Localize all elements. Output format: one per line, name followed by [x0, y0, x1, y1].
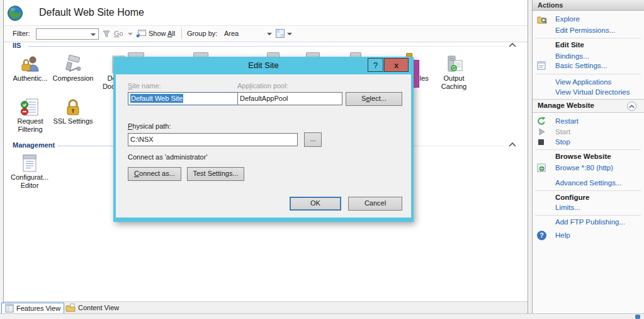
site-name-label: Site name: [128, 82, 161, 90]
tab-content-view[interactable]: Content View [62, 303, 122, 313]
action-add-ftp-publishing[interactable]: Add FTP Publishing... [555, 218, 625, 226]
application-pool-input[interactable]: DefaultAppPool [237, 92, 342, 105]
ssl-settings-icon [63, 97, 83, 117]
action-browse-80[interactable]: Browse *:80 (http) [555, 164, 613, 171]
action-bindings[interactable]: Bindings... [555, 52, 589, 60]
action-group-configure: Configure [555, 194, 589, 201]
action-edit-permissions[interactable]: Edit Permissions... [555, 26, 615, 34]
action-limits[interactable]: Limits... [555, 204, 580, 211]
collapse-chevron-manage-website[interactable] [627, 102, 636, 111]
feature-authentication[interactable]: Authentic... [8, 53, 53, 83]
action-restart[interactable]: Restart [555, 117, 579, 125]
feature-configuration-editor[interactable]: Configurat... Editor [7, 152, 52, 190]
feature-label: Authentic... [8, 74, 53, 83]
test-settings-button[interactable]: Test Settings... [187, 167, 244, 181]
physical-path-input[interactable]: C:\NSX [128, 133, 298, 146]
actions-separator [535, 190, 641, 191]
filter-input[interactable] [36, 28, 99, 40]
select-button[interactable]: Select... [346, 92, 402, 106]
action-group-manage-website: Manage Website [538, 102, 594, 109]
tab-label: Content View [78, 304, 119, 311]
filter-dropdown-caret[interactable] [91, 33, 96, 36]
action-group-edit-site: Edit Site [555, 41, 584, 49]
browse-icon [537, 163, 546, 172]
feature-label: Compression [50, 74, 96, 83]
filter-label: Filter: [13, 30, 30, 37]
actions-separator [535, 74, 641, 74]
go-button: Go [114, 30, 123, 37]
feature-label: Configurat... Editor [7, 173, 52, 190]
action-advanced-settings[interactable]: Advanced Settings... [555, 179, 621, 187]
action-start: Start [555, 128, 570, 136]
chevron-up-icon [629, 105, 635, 108]
action-help[interactable]: Help [555, 231, 570, 239]
globe-icon [7, 5, 23, 21]
feature-label: Request Filtering [8, 117, 53, 134]
basic-settings-icon [537, 61, 546, 70]
stop-icon [538, 139, 544, 145]
actions-panel-header: Actions [533, 0, 644, 11]
actions-panel: Actions Explore Edit Permissions... Edit… [532, 0, 644, 315]
group-by-value[interactable]: Area [224, 30, 239, 37]
view-selector-caret[interactable] [287, 33, 292, 35]
feature-request-filtering[interactable]: Request Filtering [8, 96, 53, 134]
cancel-button[interactable]: Cancel [348, 197, 402, 211]
authentication-icon [20, 54, 40, 74]
feature-output-caching[interactable]: Output Caching [431, 53, 477, 91]
group-by-label: Group by: [187, 30, 217, 37]
view-selector-icon[interactable] [276, 29, 285, 38]
action-explore[interactable]: Explore [555, 15, 580, 23]
show-all-button[interactable]: Show All [149, 30, 175, 37]
output-caching-icon [444, 54, 464, 74]
connect-as-button[interactable]: Connect as... [128, 167, 181, 181]
go-options-caret [128, 33, 133, 35]
ok-button[interactable]: OK [290, 197, 341, 211]
dialog-help-button[interactable]: ? [368, 58, 383, 72]
start-icon [538, 128, 546, 136]
application-pool-label: Application pool: [237, 82, 288, 90]
actions-separator [535, 38, 641, 38]
site-name-input[interactable]: Default Web Site [128, 92, 239, 105]
page-title: Default Web Site Home [39, 7, 144, 18]
browse-path-button[interactable]: ... [304, 132, 322, 147]
show-all-icon [136, 29, 146, 38]
status-bar [0, 313, 644, 319]
help-icon: ? [537, 231, 546, 240]
restart-icon [537, 117, 546, 125]
action-basic-settings[interactable]: Basic Settings... [555, 62, 607, 69]
manage-website-band: Manage Website [533, 99, 644, 113]
compression-icon [63, 54, 83, 74]
edit-site-dialog: Edit Site ? x Site name: Default Web Sit… [113, 57, 414, 222]
feature-label: Output Caching [431, 74, 477, 91]
dialog-body: Site name: Default Web Site Application … [116, 74, 411, 218]
iis-manager-window: Default Web Site Home Filter: Go Show Al… [0, 0, 644, 319]
action-view-virtual-directories[interactable]: View Virtual Directories [555, 88, 630, 96]
content-view-icon [65, 303, 76, 312]
action-group-browse-website: Browse Website [555, 153, 611, 160]
feature-ssl-settings[interactable]: SSL Settings [50, 96, 96, 125]
tab-label: Features View [16, 304, 60, 312]
feature-label: SSL Settings [50, 117, 96, 125]
connect-as-note: Connect as 'administrator' [128, 153, 207, 161]
action-stop[interactable]: Stop [555, 138, 570, 146]
physical-path-label: Physical path: [128, 122, 171, 130]
action-view-applications[interactable]: View Applications [555, 78, 611, 86]
request-filtering-icon [20, 97, 40, 117]
tab-features-view[interactable]: Features View [1, 303, 64, 314]
toolbar-divider [181, 28, 182, 38]
actions-separator [535, 215, 641, 216]
collapse-chevron-management[interactable] [509, 142, 516, 147]
section-header-management: Management [13, 141, 55, 149]
collapse-chevron-iis[interactable] [509, 43, 516, 47]
section-rule-iis [28, 46, 505, 47]
filter-funnel-icon [103, 30, 110, 38]
status-grip [635, 315, 640, 319]
actions-separator [535, 149, 641, 150]
section-header-iis: IIS [13, 42, 21, 49]
dialog-close-button[interactable]: x [384, 58, 409, 72]
features-view-icon [5, 304, 14, 313]
group-by-caret[interactable] [267, 33, 272, 35]
configuration-editor-icon [20, 153, 40, 173]
feature-compression[interactable]: Compression [50, 53, 96, 83]
explore-icon [537, 14, 547, 25]
